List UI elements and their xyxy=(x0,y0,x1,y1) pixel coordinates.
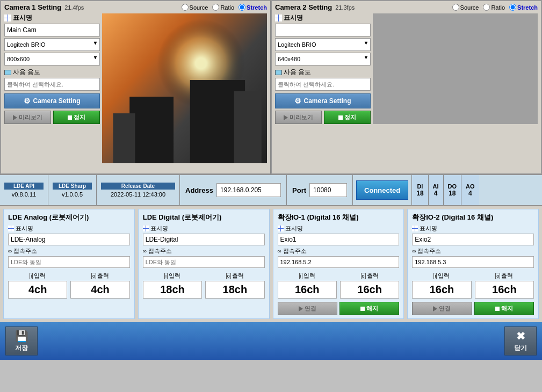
exio2-addr-input[interactable] xyxy=(412,256,534,268)
ao-value: 4 xyxy=(468,190,472,197)
cam2-preview-btn[interactable]: 미리보기 xyxy=(275,111,322,124)
cam1-usage-input[interactable] xyxy=(4,78,100,91)
lde-analog-output-label: o 출력 xyxy=(70,272,129,280)
lde-analog-addr-label: ∞ 접속주소 xyxy=(8,247,130,255)
address-label: Address xyxy=(185,186,213,194)
exio2-name-label: 표시명 xyxy=(412,224,534,233)
cam1-gear-icon: ⚙ xyxy=(24,97,31,105)
save-icon: 💾 xyxy=(15,330,28,343)
lde-digital-addr-label: ∞ 접속주소 xyxy=(143,247,265,255)
do-cell: DO 18 xyxy=(443,175,461,205)
cam2-camera-setting-btn[interactable]: ⚙ Camera Setting xyxy=(275,93,371,108)
do-value: 18 xyxy=(449,190,456,197)
cam1-preview-btn[interactable]: 미리보기 xyxy=(4,111,51,124)
lde-analog-addr-input[interactable] xyxy=(8,256,130,268)
cam1-resolution-select[interactable]: 800x600 xyxy=(4,53,100,66)
ai-value: 4 xyxy=(434,190,438,197)
close-icon: ✖ xyxy=(516,330,525,343)
lde-analog-output-value: 4ch xyxy=(70,281,129,299)
cam1-display-name-input[interactable] xyxy=(4,24,100,37)
lde-digital-name-input[interactable] xyxy=(143,234,265,245)
cam2-resolution-select[interactable]: 640x480 xyxy=(275,53,371,66)
cam2-stop-btn[interactable]: 정지 xyxy=(324,111,371,124)
do-header: DO xyxy=(448,183,457,190)
camera1-fps: 21.4fps xyxy=(64,4,84,11)
exio1-addr-input[interactable] xyxy=(278,256,400,268)
camera2-title: Camera 2 Setting xyxy=(275,3,332,11)
exio2-disconnect-btn[interactable]: 해지 xyxy=(474,302,534,315)
save-button[interactable]: 💾 저장 xyxy=(5,326,38,355)
release-date-value: 2022-05-11 12:43:00 xyxy=(101,191,175,198)
cam2-device-select[interactable]: Logitech BRIO xyxy=(275,38,371,51)
exio1-disconnect-btn[interactable]: 해지 xyxy=(339,302,399,315)
close-button[interactable]: ✖ 닫기 xyxy=(504,326,537,355)
cam1-preview xyxy=(102,13,267,163)
footer: 💾 저장 ✖ 닫기 xyxy=(0,322,542,360)
camera2-fps: 21.3fps xyxy=(335,4,355,11)
exio2-card: 확장IO-2 (Digital 16 채널) 표시명 ∞ 접속주소 i 입력 1… xyxy=(407,209,539,319)
cam2-display-name-label: 표시명 xyxy=(275,13,371,23)
connected-btn[interactable]: Connected xyxy=(356,180,408,200)
exio2-output-value: 16ch xyxy=(475,281,534,299)
di-header: DI xyxy=(417,183,423,190)
exio1-connect-btn[interactable]: 연결 xyxy=(278,302,337,315)
cam2-stretch-radio[interactable]: Stretch xyxy=(509,4,538,11)
cam1-source-radio[interactable]: Source xyxy=(182,4,208,11)
lde-digital-input-value: 18ch xyxy=(143,281,202,299)
lde-digital-output-value: 18ch xyxy=(205,281,264,299)
cam2-stop-icon xyxy=(338,115,343,120)
release-date-cell: Release Date 2022-05-11 12:43:00 xyxy=(97,175,180,205)
lde-analog-card: LDE Analog (로봇제어기) 표시명 ∞ 접속주소 i 입력 4ch o… xyxy=(3,209,135,319)
lde-analog-title: LDE Analog (로봇제어기) xyxy=(8,213,130,222)
cam1-stop-btn[interactable]: 정지 xyxy=(53,111,100,124)
exio1-connect-play-icon xyxy=(299,306,303,311)
exio1-card: 확장IO-1 (Digital 16 채널) 표시명 ∞ 접속주소 i 입력 1… xyxy=(273,209,404,319)
cam2-display-name-input[interactable] xyxy=(275,24,371,37)
port-cell: Port xyxy=(287,175,353,205)
exio1-name-input[interactable] xyxy=(278,234,400,245)
exio1-addr-label: ∞ 접속주소 xyxy=(278,247,400,255)
cam1-display-name-label: 표시명 xyxy=(4,13,100,23)
cam2-usage-label: 사용 용도 xyxy=(275,68,371,77)
ai-cell: AI 4 xyxy=(428,175,443,205)
lde-digital-card: LDE Digital (로봇제어기) 표시명 ∞ 접속주소 i 입력 18ch… xyxy=(138,209,270,319)
lde-sharp-value: v1.0.0.5 xyxy=(53,191,92,198)
lde-api-value: v0.8.0.11 xyxy=(4,191,44,198)
cam1-camera-setting-btn[interactable]: ⚙ Camera Setting xyxy=(4,93,100,108)
cam2-usage-input[interactable] xyxy=(275,78,371,91)
di-value: 18 xyxy=(416,190,423,197)
exio2-input-value: 16ch xyxy=(412,281,471,299)
exio1-title: 확장IO-1 (Digital 16 채널) xyxy=(278,213,400,222)
cam1-stop-icon xyxy=(68,115,72,120)
ao-cell: AO 4 xyxy=(461,175,479,205)
exio2-output-label: o 출력 xyxy=(475,272,534,280)
middle-bar: LDE API v0.8.0.11 LDE Sharp v1.0.0.5 Rel… xyxy=(0,175,542,206)
di-cell: DI 18 xyxy=(411,175,428,205)
lde-analog-name-input[interactable] xyxy=(8,234,130,245)
lde-analog-input-label: i 입력 xyxy=(8,272,67,280)
lde-digital-name-label: 표시명 xyxy=(143,224,265,233)
cam2-source-radio[interactable]: Source xyxy=(452,4,479,11)
address-input[interactable] xyxy=(216,183,281,197)
release-date-header: Release Date xyxy=(101,183,175,190)
lde-api-header: LDE API xyxy=(4,183,44,190)
bottom-section: LDE Analog (로봇제어기) 표시명 ∞ 접속주소 i 입력 4ch o… xyxy=(0,206,542,322)
exio2-connect-btn[interactable]: 연결 xyxy=(412,302,472,315)
port-input[interactable] xyxy=(309,183,347,197)
exio1-output-value: 16ch xyxy=(340,281,399,299)
lde-analog-input-value: 4ch xyxy=(8,281,67,299)
camera1-title: Camera 1 Setting xyxy=(4,3,61,11)
exio2-addr-label: ∞ 접속주소 xyxy=(412,247,534,255)
lde-digital-addr-input[interactable] xyxy=(143,256,265,268)
cam1-device-select[interactable]: Logitech BRIO xyxy=(4,38,100,51)
ao-header: AO xyxy=(466,183,475,190)
exio2-name-input[interactable] xyxy=(412,234,534,245)
cam1-canvas xyxy=(102,13,267,163)
exio2-stop-icon xyxy=(495,307,500,311)
cam1-ratio-radio[interactable]: Ratio xyxy=(212,4,234,11)
cam2-ratio-radio[interactable]: Ratio xyxy=(483,4,505,11)
exio1-name-label: 표시명 xyxy=(278,224,400,233)
exio1-input-label: i 입력 xyxy=(278,272,337,280)
lde-analog-name-label: 표시명 xyxy=(8,224,130,233)
cam1-stretch-radio[interactable]: Stretch xyxy=(239,4,267,11)
